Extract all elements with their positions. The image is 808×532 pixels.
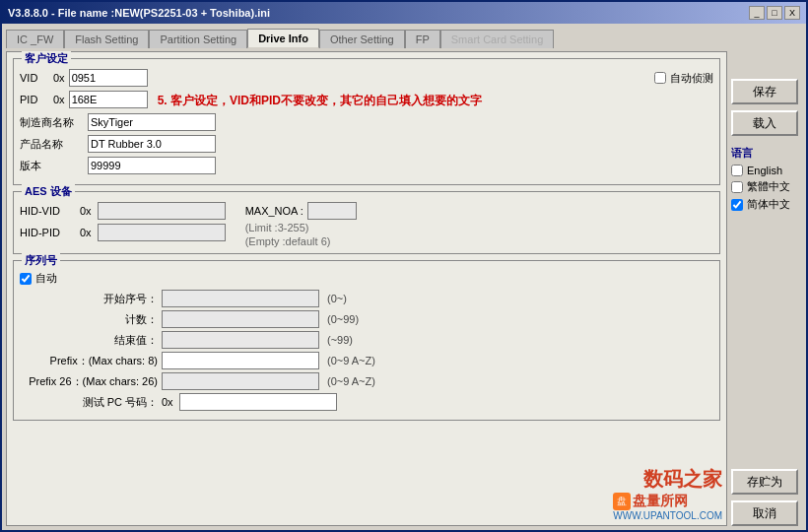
close-button[interactable]: X bbox=[784, 6, 800, 20]
hid-pid-input[interactable] bbox=[98, 224, 226, 241]
hid-pid-label: HID-PID bbox=[20, 227, 74, 238]
max-noa-input[interactable] bbox=[307, 202, 357, 220]
max-noa-hint: (Limit :3-255) bbox=[245, 222, 357, 233]
max-noa-hint2: (Empty :default 6) bbox=[245, 235, 357, 247]
count-row: 计数： (0~99) bbox=[20, 310, 713, 328]
prefix-row: Prefix：(Max chars: 8) (0~9 A~Z) bbox=[20, 352, 713, 369]
main-window: V3.8.8.0 - File name :NEW(PS2251-03 + To… bbox=[0, 0, 808, 532]
manufacturer-row: 制造商名称 bbox=[20, 113, 713, 131]
test-pc-label: 测试 PC 号码： bbox=[20, 395, 158, 410]
prefix-input[interactable] bbox=[162, 352, 319, 369]
aes-group-title: AES 设备 bbox=[22, 184, 75, 199]
version-input[interactable] bbox=[88, 157, 216, 174]
customer-group-title: 客户设定 bbox=[22, 51, 71, 66]
pid-row: PID 0x bbox=[20, 91, 148, 108]
lang-traditional-row: 繁體中文 bbox=[731, 179, 802, 194]
lang-traditional-label: 繁體中文 bbox=[747, 179, 790, 194]
watermark-icon: 盘 bbox=[613, 493, 631, 510]
count-input[interactable] bbox=[162, 310, 319, 328]
version-row: 版本 bbox=[20, 157, 713, 174]
serial-group-title: 序列号 bbox=[22, 253, 60, 268]
hid-vid-input[interactable] bbox=[98, 202, 226, 220]
prefix26-input[interactable] bbox=[162, 372, 319, 390]
tab-partition-setting[interactable]: Partition Setting bbox=[149, 30, 247, 48]
auto-detect-checkbox[interactable] bbox=[654, 72, 666, 84]
save-as-button[interactable]: 存贮为 bbox=[731, 469, 798, 495]
manufacturer-label: 制造商名称 bbox=[20, 115, 84, 130]
watermark-line3: WWW.UPANTOOL.COM bbox=[613, 510, 722, 521]
test-pc-input[interactable] bbox=[179, 393, 337, 411]
prefix26-row: Prefix 26：(Max chars: 26) (0~9 A~Z) bbox=[20, 372, 713, 390]
tab-flash-setting[interactable]: Flash Setting bbox=[64, 30, 149, 48]
pid-label: PID bbox=[20, 94, 49, 105]
language-title: 语言 bbox=[731, 146, 802, 161]
end-row: 结束值： (~99) bbox=[20, 331, 713, 349]
max-noa-label: MAX_NOA : bbox=[245, 205, 303, 217]
lang-english-checkbox[interactable] bbox=[731, 165, 743, 176]
save-button[interactable]: 保存 bbox=[731, 79, 798, 104]
tab-fp[interactable]: FP bbox=[405, 30, 440, 48]
lang-simplified-row: 简体中文 bbox=[731, 197, 802, 212]
test-pc-prefix: 0x bbox=[162, 396, 173, 408]
customer-notice: 5. 客户设定，VID和PID不要改变，其它的自己填入想要的文字 bbox=[158, 93, 482, 109]
product-input[interactable] bbox=[88, 135, 216, 153]
start-input[interactable] bbox=[162, 290, 319, 307]
lang-english-label: English bbox=[747, 165, 782, 176]
hid-vid-label: HID-VID bbox=[20, 205, 74, 217]
start-row: 开始序号： (0~) bbox=[20, 290, 713, 307]
prefix26-label: Prefix 26：(Max chars: 26) bbox=[20, 374, 158, 389]
hid-pid-prefix: 0x bbox=[80, 227, 92, 238]
serial-group-content: 自动 开始序号： (0~) 计数： (0~99) bbox=[20, 271, 713, 411]
pid-input[interactable] bbox=[69, 91, 148, 108]
product-label: 产品名称 bbox=[20, 137, 84, 152]
tab-other-setting[interactable]: Other Setting bbox=[319, 30, 405, 48]
tab-smart-card-setting[interactable]: Smart Card Setting bbox=[440, 30, 555, 48]
customer-group: 客户设定 VID 0x 自动侦测 bbox=[13, 58, 720, 185]
maximize-button[interactable]: □ bbox=[767, 6, 782, 20]
auto-checkbox[interactable] bbox=[20, 273, 32, 285]
load-button[interactable]: 载入 bbox=[731, 110, 798, 136]
lang-traditional-checkbox[interactable] bbox=[731, 181, 743, 193]
tab-drive-info[interactable]: Drive Info bbox=[247, 29, 319, 48]
cancel-button[interactable]: 取消 bbox=[731, 500, 798, 526]
vid-input[interactable] bbox=[69, 69, 148, 87]
auto-row: 自动 bbox=[20, 271, 713, 286]
auto-label: 自动 bbox=[35, 271, 57, 286]
version-label: 版本 bbox=[20, 159, 84, 173]
product-row: 产品名称 bbox=[20, 135, 713, 153]
aes-group: AES 设备 HID-VID 0x HID-PID bbox=[13, 191, 720, 254]
minimize-button[interactable]: _ bbox=[749, 6, 765, 20]
end-label: 结束值： bbox=[20, 333, 158, 348]
tab-content: 客户设定 VID 0x 自动侦测 bbox=[6, 51, 727, 526]
lang-simplified-checkbox[interactable] bbox=[731, 199, 743, 211]
vid-label: VID bbox=[20, 72, 49, 84]
end-hint: (~99) bbox=[327, 334, 353, 346]
auto-detect-label: 自动侦测 bbox=[670, 71, 713, 86]
customer-group-content: VID 0x 自动侦测 PID 0x bbox=[20, 69, 713, 174]
prefix-label: Prefix：(Max chars: 8) bbox=[20, 354, 158, 368]
window-controls: _ □ X bbox=[749, 6, 800, 20]
hid-pid-row: HID-PID 0x bbox=[20, 224, 226, 241]
start-label: 开始序号： bbox=[20, 292, 158, 306]
lang-english-row: English bbox=[731, 165, 802, 176]
watermark-line1: 数码之家 bbox=[613, 466, 722, 493]
hid-vid-row: HID-VID 0x bbox=[20, 202, 226, 220]
count-hint: (0~99) bbox=[327, 313, 359, 325]
tab-ic-fw[interactable]: IC _FW bbox=[6, 30, 64, 48]
start-hint: (0~) bbox=[327, 293, 347, 304]
count-label: 计数： bbox=[20, 312, 158, 327]
prefix-hint: (0~9 A~Z) bbox=[327, 355, 375, 366]
lang-simplified-label: 简体中文 bbox=[747, 197, 790, 212]
manufacturer-input[interactable] bbox=[88, 113, 216, 131]
prefix26-hint: (0~9 A~Z) bbox=[327, 375, 375, 387]
window-title: V3.8.8.0 - File name :NEW(PS2251-03 + To… bbox=[8, 7, 270, 19]
test-pc-row: 测试 PC 号码： 0x bbox=[20, 393, 713, 411]
title-bar: V3.8.8.0 - File name :NEW(PS2251-03 + To… bbox=[2, 2, 806, 24]
serial-group: 序列号 自动 开始序号： (0~) bbox=[13, 260, 720, 421]
main-panel: 客户设定 VID 0x 自动侦测 bbox=[6, 51, 727, 526]
language-section: 语言 English 繁體中文 简体中文 bbox=[731, 146, 802, 215]
pid-prefix: 0x bbox=[53, 94, 65, 105]
right-panel: 保存 载入 语言 English 繁體中文 简体中文 存贮为 取消 bbox=[731, 51, 802, 526]
hid-vid-prefix: 0x bbox=[80, 205, 92, 217]
end-input[interactable] bbox=[162, 331, 319, 349]
